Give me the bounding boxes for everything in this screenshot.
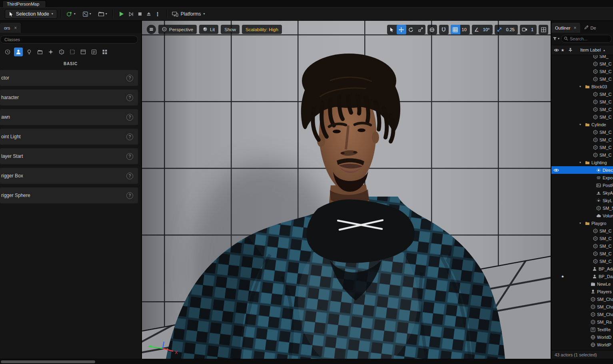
lit-dropdown[interactable]: Lit: [199, 25, 218, 34]
outliner-row[interactable]: SM_C: [551, 151, 613, 159]
play-button[interactable]: [119, 11, 124, 17]
expand-caret[interactable]: ▾: [579, 85, 584, 88]
outliner-row[interactable]: SM_C: [551, 250, 613, 257]
expand-caret[interactable]: ▾: [579, 161, 584, 164]
place-actor-item[interactable]: rigger Sphere?: [0, 187, 138, 203]
outliner-row[interactable]: ▾Cylinde: [551, 121, 613, 128]
outliner-row[interactable]: ★BP_Dax: [551, 273, 613, 280]
outliner-row[interactable]: SM_C: [551, 235, 613, 242]
outliner-row[interactable]: SkyL: [551, 197, 613, 204]
favorite-star-icon[interactable]: ★: [559, 274, 566, 278]
outliner-row[interactable]: SM_C: [551, 75, 613, 83]
close-icon[interactable]: ×: [14, 25, 17, 31]
visibility-column-eye-icon[interactable]: [553, 48, 559, 52]
place-actors-search-input[interactable]: [0, 36, 138, 44]
outliner-search-input[interactable]: [570, 36, 609, 41]
scale-tool[interactable]: [416, 25, 425, 34]
recently-placed-category-icon[interactable]: [3, 48, 12, 56]
favorites-column-star-icon[interactable]: ★: [559, 48, 566, 52]
outliner-row[interactable]: ▾Playgro: [551, 219, 613, 227]
expand-caret[interactable]: ▾: [579, 221, 584, 225]
move-tool[interactable]: [397, 25, 406, 34]
outliner-tab[interactable]: Outliner ×: [551, 23, 580, 33]
outliner-row[interactable]: SM_C: [551, 257, 613, 265]
surface-snapping-toggle[interactable]: [439, 25, 449, 34]
scale-snap-value[interactable]: 0.25: [504, 27, 517, 32]
expand-caret[interactable]: ▾: [579, 123, 584, 126]
outliner-row[interactable]: SM_C: [551, 242, 613, 250]
outliner-searchbox[interactable]: [561, 35, 612, 43]
scalability-badge[interactable]: Scalability: High: [242, 25, 282, 34]
outliner-row[interactable]: BP_Ada: [551, 265, 613, 273]
outliner-row[interactable]: SM_C: [551, 68, 613, 75]
selection-mode-dropdown[interactable]: Selection Mode ▾: [5, 9, 57, 19]
blueprints-dropdown[interactable]: ▾: [81, 9, 93, 19]
frame-skip-button[interactable]: [128, 12, 134, 17]
place-actor-item[interactable]: haracter?: [0, 90, 138, 105]
outliner-row[interactable]: SM_C: [551, 113, 613, 121]
horizontal-scrollbar[interactable]: [1, 360, 95, 363]
viewport-options-menu[interactable]: [147, 25, 156, 34]
rotate-tool[interactable]: [406, 25, 416, 34]
visual-effects-category-icon[interactable]: [46, 48, 55, 56]
outliner-row[interactable]: TextRe: [551, 326, 613, 333]
outliner-row[interactable]: SM_C: [551, 105, 613, 113]
outliner-row[interactable]: NewLe: [551, 280, 613, 288]
all-classes-category-icon[interactable]: [100, 48, 109, 56]
level-tab[interactable]: ThirdPersonMap: [2, 0, 46, 7]
basic-category-icon[interactable]: [14, 48, 23, 56]
viewport-canvas[interactable]: X: [142, 21, 551, 359]
outliner-row[interactable]: ▾Block03: [551, 83, 613, 90]
outliner-row[interactable]: SM_C: [551, 143, 613, 151]
world-space-toggle[interactable]: [427, 25, 437, 34]
rotation-snap-toggle[interactable]: ∠: [472, 25, 481, 34]
lights-category-icon[interactable]: [25, 48, 34, 56]
place-actor-item[interactable]: awn?: [0, 109, 138, 125]
outliner-row[interactable]: ▾Lighting: [551, 159, 613, 166]
add-content-dropdown[interactable]: ▾: [65, 9, 77, 19]
grid-snap-value[interactable]: 10: [460, 27, 470, 32]
outliner-row[interactable]: SM_C: [551, 227, 613, 235]
close-icon[interactable]: ×: [574, 25, 577, 31]
play-options-menu[interactable]: ⋮: [155, 11, 160, 17]
geometry-category-icon[interactable]: [57, 48, 66, 56]
place-actors-tab[interactable]: ors ×: [0, 23, 21, 33]
eject-button[interactable]: [146, 12, 151, 16]
item-label-column-header[interactable]: Item Label ▲: [580, 48, 605, 52]
outliner-row[interactable]: Players: [551, 288, 613, 295]
visibility-eye-icon[interactable]: [553, 168, 559, 172]
outliner-row[interactable]: SM_Cha: [551, 310, 613, 318]
outliner-row[interactable]: PostP: [551, 181, 613, 189]
outliner-row[interactable]: Volum: [551, 212, 613, 219]
outliner-row[interactable]: SM_Cha: [551, 295, 613, 303]
place-actor-item[interactable]: ctor?: [0, 70, 138, 86]
scale-snap-toggle[interactable]: [495, 25, 504, 34]
camera-speed-value[interactable]: 1: [529, 27, 537, 32]
cinematics-dropdown[interactable]: ▾: [96, 9, 109, 19]
details-tab[interactable]: De: [583, 23, 598, 33]
outliner-row[interactable]: WorldD: [551, 333, 613, 341]
perspective-dropdown[interactable]: Perspective: [158, 25, 197, 34]
panels-category-icon[interactable]: [79, 48, 88, 56]
camera-speed-icon[interactable]: [520, 25, 529, 34]
outliner-row[interactable]: WorldP: [551, 341, 613, 348]
volumes-category-icon[interactable]: [68, 48, 77, 56]
grid-snap-toggle[interactable]: [451, 25, 460, 34]
place-actor-item[interactable]: rigger Box?: [0, 168, 138, 184]
rotation-snap-value[interactable]: 10°: [481, 27, 493, 32]
outliner-row[interactable]: SM_C: [551, 136, 613, 143]
select-tool[interactable]: [387, 25, 397, 34]
show-dropdown[interactable]: Show: [221, 25, 240, 34]
outliner-row[interactable]: SM_C: [551, 60, 613, 68]
outliner-row[interactable]: SkyA: [551, 189, 613, 197]
outliner-row[interactable]: SM_Ra: [551, 318, 613, 326]
cinematic-category-icon[interactable]: [36, 48, 44, 56]
ui-category-icon[interactable]: [90, 48, 98, 56]
outliner-row[interactable]: SM_C: [551, 98, 613, 105]
filter-funnel-icon[interactable]: ▾: [553, 37, 559, 41]
outliner-row[interactable]: SM_: [551, 55, 613, 60]
place-actor-item[interactable]: oint Light?: [0, 129, 138, 145]
outliner-row[interactable]: SM_S: [551, 204, 613, 212]
place-actor-item[interactable]: layer Start?: [0, 148, 138, 164]
platforms-dropdown[interactable]: Platforms ▾: [170, 9, 207, 19]
